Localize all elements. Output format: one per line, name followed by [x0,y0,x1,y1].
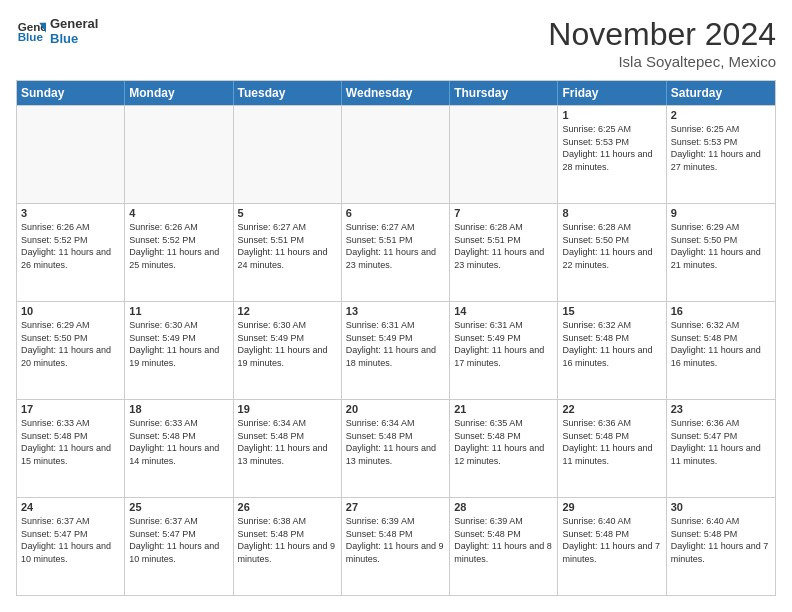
calendar-cell: 20 Sunrise: 6:34 AM Sunset: 5:48 PM Dayl… [342,400,450,497]
calendar-cell: 25 Sunrise: 6:37 AM Sunset: 5:47 PM Dayl… [125,498,233,595]
calendar-row: 1 Sunrise: 6:25 AM Sunset: 5:53 PM Dayli… [17,105,775,203]
calendar-cell [17,106,125,203]
logo-blue: Blue [50,31,98,46]
calendar-cell: 10 Sunrise: 6:29 AM Sunset: 5:50 PM Dayl… [17,302,125,399]
cell-info: Sunrise: 6:37 AM Sunset: 5:47 PM Dayligh… [21,515,120,565]
day-number: 26 [238,501,337,513]
cell-info: Sunrise: 6:29 AM Sunset: 5:50 PM Dayligh… [21,319,120,369]
weekday-header: Wednesday [342,81,450,105]
cell-info: Sunrise: 6:29 AM Sunset: 5:50 PM Dayligh… [671,221,771,271]
calendar-cell: 17 Sunrise: 6:33 AM Sunset: 5:48 PM Dayl… [17,400,125,497]
day-number: 3 [21,207,120,219]
calendar-cell [125,106,233,203]
cell-info: Sunrise: 6:33 AM Sunset: 5:48 PM Dayligh… [21,417,120,467]
weekday-header: Tuesday [234,81,342,105]
day-number: 25 [129,501,228,513]
calendar-cell: 16 Sunrise: 6:32 AM Sunset: 5:48 PM Dayl… [667,302,775,399]
calendar-cell: 4 Sunrise: 6:26 AM Sunset: 5:52 PM Dayli… [125,204,233,301]
logo-general: General [50,16,98,31]
cell-info: Sunrise: 6:32 AM Sunset: 5:48 PM Dayligh… [562,319,661,369]
day-number: 14 [454,305,553,317]
calendar-row: 10 Sunrise: 6:29 AM Sunset: 5:50 PM Dayl… [17,301,775,399]
day-number: 12 [238,305,337,317]
cell-info: Sunrise: 6:28 AM Sunset: 5:50 PM Dayligh… [562,221,661,271]
calendar-row: 24 Sunrise: 6:37 AM Sunset: 5:47 PM Dayl… [17,497,775,595]
cell-info: Sunrise: 6:35 AM Sunset: 5:48 PM Dayligh… [454,417,553,467]
calendar-cell: 7 Sunrise: 6:28 AM Sunset: 5:51 PM Dayli… [450,204,558,301]
day-number: 18 [129,403,228,415]
weekday-header: Sunday [17,81,125,105]
cell-info: Sunrise: 6:27 AM Sunset: 5:51 PM Dayligh… [346,221,445,271]
calendar-cell: 26 Sunrise: 6:38 AM Sunset: 5:48 PM Dayl… [234,498,342,595]
cell-info: Sunrise: 6:31 AM Sunset: 5:49 PM Dayligh… [346,319,445,369]
calendar-cell: 28 Sunrise: 6:39 AM Sunset: 5:48 PM Dayl… [450,498,558,595]
calendar-cell: 29 Sunrise: 6:40 AM Sunset: 5:48 PM Dayl… [558,498,666,595]
day-number: 19 [238,403,337,415]
cell-info: Sunrise: 6:25 AM Sunset: 5:53 PM Dayligh… [562,123,661,173]
day-number: 28 [454,501,553,513]
day-number: 22 [562,403,661,415]
cell-info: Sunrise: 6:37 AM Sunset: 5:47 PM Dayligh… [129,515,228,565]
calendar-cell: 30 Sunrise: 6:40 AM Sunset: 5:48 PM Dayl… [667,498,775,595]
month-title: November 2024 [548,16,776,53]
calendar-header: SundayMondayTuesdayWednesdayThursdayFrid… [17,81,775,105]
calendar-cell [342,106,450,203]
weekday-header: Saturday [667,81,775,105]
day-number: 8 [562,207,661,219]
day-number: 2 [671,109,771,121]
logo-icon: General Blue [16,16,46,46]
day-number: 10 [21,305,120,317]
calendar-cell: 5 Sunrise: 6:27 AM Sunset: 5:51 PM Dayli… [234,204,342,301]
calendar-cell: 19 Sunrise: 6:34 AM Sunset: 5:48 PM Dayl… [234,400,342,497]
day-number: 11 [129,305,228,317]
calendar-cell [234,106,342,203]
calendar-cell: 14 Sunrise: 6:31 AM Sunset: 5:49 PM Dayl… [450,302,558,399]
calendar-cell: 22 Sunrise: 6:36 AM Sunset: 5:48 PM Dayl… [558,400,666,497]
calendar-cell: 15 Sunrise: 6:32 AM Sunset: 5:48 PM Dayl… [558,302,666,399]
calendar-cell [450,106,558,203]
day-number: 16 [671,305,771,317]
cell-info: Sunrise: 6:38 AM Sunset: 5:48 PM Dayligh… [238,515,337,565]
day-number: 7 [454,207,553,219]
location: Isla Soyaltepec, Mexico [548,53,776,70]
cell-info: Sunrise: 6:27 AM Sunset: 5:51 PM Dayligh… [238,221,337,271]
cell-info: Sunrise: 6:33 AM Sunset: 5:48 PM Dayligh… [129,417,228,467]
calendar-cell: 11 Sunrise: 6:30 AM Sunset: 5:49 PM Dayl… [125,302,233,399]
cell-info: Sunrise: 6:32 AM Sunset: 5:48 PM Dayligh… [671,319,771,369]
day-number: 5 [238,207,337,219]
cell-info: Sunrise: 6:26 AM Sunset: 5:52 PM Dayligh… [129,221,228,271]
day-number: 15 [562,305,661,317]
cell-info: Sunrise: 6:25 AM Sunset: 5:53 PM Dayligh… [671,123,771,173]
cell-info: Sunrise: 6:34 AM Sunset: 5:48 PM Dayligh… [238,417,337,467]
day-number: 29 [562,501,661,513]
cell-info: Sunrise: 6:30 AM Sunset: 5:49 PM Dayligh… [129,319,228,369]
calendar-cell: 3 Sunrise: 6:26 AM Sunset: 5:52 PM Dayli… [17,204,125,301]
day-number: 23 [671,403,771,415]
cell-info: Sunrise: 6:36 AM Sunset: 5:47 PM Dayligh… [671,417,771,467]
cell-info: Sunrise: 6:40 AM Sunset: 5:48 PM Dayligh… [562,515,661,565]
calendar-cell: 9 Sunrise: 6:29 AM Sunset: 5:50 PM Dayli… [667,204,775,301]
day-number: 1 [562,109,661,121]
cell-info: Sunrise: 6:40 AM Sunset: 5:48 PM Dayligh… [671,515,771,565]
day-number: 24 [21,501,120,513]
weekday-header: Friday [558,81,666,105]
calendar-cell: 2 Sunrise: 6:25 AM Sunset: 5:53 PM Dayli… [667,106,775,203]
calendar-cell: 21 Sunrise: 6:35 AM Sunset: 5:48 PM Dayl… [450,400,558,497]
calendar-cell: 12 Sunrise: 6:30 AM Sunset: 5:49 PM Dayl… [234,302,342,399]
calendar-cell: 8 Sunrise: 6:28 AM Sunset: 5:50 PM Dayli… [558,204,666,301]
cell-info: Sunrise: 6:31 AM Sunset: 5:49 PM Dayligh… [454,319,553,369]
day-number: 27 [346,501,445,513]
day-number: 20 [346,403,445,415]
calendar-row: 3 Sunrise: 6:26 AM Sunset: 5:52 PM Dayli… [17,203,775,301]
page-header: General Blue General Blue November 2024 … [16,16,776,70]
calendar-body: 1 Sunrise: 6:25 AM Sunset: 5:53 PM Dayli… [17,105,775,595]
day-number: 6 [346,207,445,219]
day-number: 4 [129,207,228,219]
cell-info: Sunrise: 6:26 AM Sunset: 5:52 PM Dayligh… [21,221,120,271]
day-number: 13 [346,305,445,317]
cell-info: Sunrise: 6:36 AM Sunset: 5:48 PM Dayligh… [562,417,661,467]
cell-info: Sunrise: 6:30 AM Sunset: 5:49 PM Dayligh… [238,319,337,369]
svg-text:Blue: Blue [18,30,44,43]
day-number: 9 [671,207,771,219]
weekday-header: Monday [125,81,233,105]
